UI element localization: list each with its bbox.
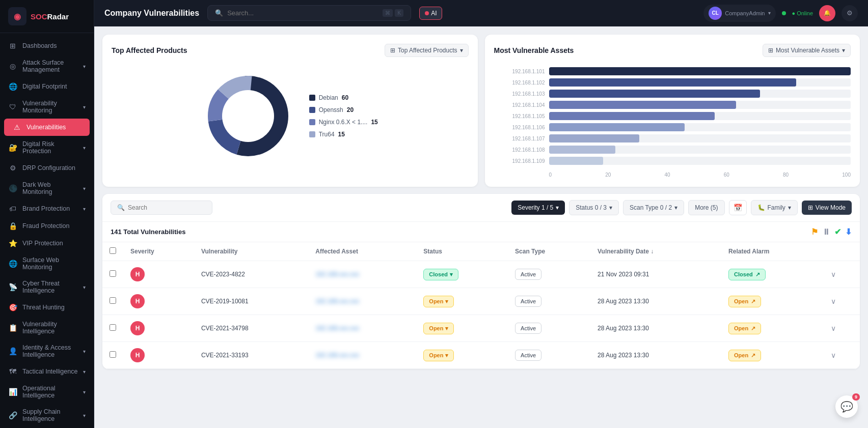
sidebar-item-digital-risk-protection[interactable]: 🔐 Digital Risk Protection ▾ xyxy=(0,136,94,159)
check-action-icon[interactable]: ✔ xyxy=(834,227,841,237)
table-row[interactable]: H CVE-2021-33193 192.168.xxx.xxx Open ▾ … xyxy=(102,342,860,369)
table-row[interactable]: H CVE-2021-34798 192.168.xxx.xxx Open ▾ … xyxy=(102,315,860,342)
status-cell[interactable]: Open ▾ xyxy=(416,315,508,342)
pause-action-icon[interactable]: ⏸ xyxy=(822,227,830,237)
sidebar-item-brand-protection[interactable]: 🏷 Brand Protection ▾ xyxy=(0,200,94,217)
bar-track xyxy=(549,157,851,165)
sidebar-item-digital-footprint[interactable]: 🌐 Digital Footprint xyxy=(0,78,94,95)
notifications-button[interactable]: 🔔 xyxy=(819,5,835,21)
expand-cell[interactable]: ∨ xyxy=(824,342,860,369)
alarm-badge[interactable]: Open ↗ xyxy=(728,350,761,361)
table-row[interactable]: H CVE-2019-10081 192.168.xxx.xxx Open ▾ … xyxy=(102,288,860,315)
sidebar-item-fraud-protection[interactable]: 🔒 Fraud Protection xyxy=(0,217,94,235)
chevron-filter-icon: ▾ xyxy=(460,47,463,54)
legend-color-debian xyxy=(309,95,315,101)
row-checkbox[interactable] xyxy=(110,297,116,304)
row-checkbox-cell[interactable] xyxy=(102,261,123,288)
sidebar-item-label: Vulnerability Intelligence xyxy=(22,321,86,335)
expand-cell[interactable]: ∨ xyxy=(824,261,860,288)
row-checkbox-cell[interactable] xyxy=(102,342,123,369)
search-input[interactable] xyxy=(227,9,378,17)
sidebar-item-drp-configuration[interactable]: ⚙ DRP Configuration xyxy=(0,159,94,177)
status-cell[interactable]: Open ▾ xyxy=(416,288,508,315)
vuln-search[interactable]: 🔍 xyxy=(111,201,212,215)
sidebar-item-threat-hunting[interactable]: 🎯 Threat Hunting xyxy=(0,299,94,316)
sidebar-item-cyber-threat[interactable]: 📡 Cyber Threat Intelligence ▾ xyxy=(0,275,94,299)
status-badge[interactable]: Open ▾ xyxy=(423,350,454,361)
view-mode-button[interactable]: ⊞ View Mode xyxy=(802,201,852,215)
status-badge[interactable]: Closed ▾ xyxy=(423,269,458,280)
status-cell[interactable]: Closed ▾ xyxy=(416,261,508,288)
user-badge[interactable]: CL CompanyAdmin ▾ xyxy=(703,5,775,22)
severity-column-header: Severity xyxy=(123,242,194,261)
more-filters-button[interactable]: More (5) xyxy=(688,200,724,215)
select-all-header[interactable] xyxy=(102,242,123,261)
bar-row: 192.168.1.107 xyxy=(494,134,851,142)
scan-type-badge: Active xyxy=(515,323,541,334)
family-filter-button[interactable]: 🐛 Family ▾ xyxy=(751,200,798,215)
sidebar-item-vip-protection[interactable]: ⭐ VIP Protection xyxy=(0,235,94,252)
vuln-actions: ⚑ ⏸ ✔ ⬇ xyxy=(811,227,852,237)
expand-row-icon[interactable]: ∨ xyxy=(831,270,836,278)
row-checkbox[interactable] xyxy=(110,351,116,358)
card-header-top-products: Top Affected Products ⊞ Top Affected Pro… xyxy=(112,44,469,57)
row-checkbox[interactable] xyxy=(110,270,116,277)
charts-row: Top Affected Products ⊞ Top Affected Pro… xyxy=(102,35,860,187)
download-action-icon[interactable]: ⬇ xyxy=(845,227,852,237)
severity-cell: H xyxy=(123,288,194,315)
row-checkbox-cell[interactable] xyxy=(102,288,123,315)
alarm-cell[interactable]: Closed ↗ xyxy=(721,261,824,288)
top-products-filter-button[interactable]: ⊞ Top Affected Products ▾ xyxy=(385,44,469,57)
row-checkbox[interactable] xyxy=(110,324,116,331)
scan-type-filter-button[interactable]: Scan Type 0 / 2 ▾ xyxy=(623,200,684,215)
alarm-badge[interactable]: Open ↗ xyxy=(728,296,761,307)
alarm-badge[interactable]: Closed ↗ xyxy=(728,269,766,280)
status-cell[interactable]: Open ▾ xyxy=(416,342,508,369)
assets-filter-button[interactable]: ⊞ Most Vulnerable Assets ▾ xyxy=(763,44,851,57)
select-all-checkbox[interactable] xyxy=(110,247,116,254)
alarm-cell[interactable]: Open ↗ xyxy=(721,288,824,315)
row-checkbox-cell[interactable] xyxy=(102,315,123,342)
chevron-status-row-icon: ▾ xyxy=(445,352,448,359)
alarm-cell[interactable]: Open ↗ xyxy=(721,315,824,342)
table-row[interactable]: H CVE-2023-4822 192.168.xxx.xxx Closed ▾… xyxy=(102,261,860,288)
gear-icon: ⚙ xyxy=(8,164,17,172)
alarm-badge[interactable]: Open ↗ xyxy=(728,323,761,334)
sidebar-item-attack-surface[interactable]: ◎ Attack Surface Management ▾ xyxy=(0,54,94,78)
page-title: Company Vulnerabilities xyxy=(104,9,199,18)
ai-button[interactable]: AI xyxy=(419,7,442,20)
bar-axis: 0 20 40 60 80 100 xyxy=(494,172,851,178)
expand-row-icon[interactable]: ∨ xyxy=(831,324,836,332)
sidebar-item-surface-web[interactable]: 🌐 Surface Web Monitoring xyxy=(0,252,94,275)
expand-cell[interactable]: ∨ xyxy=(824,315,860,342)
expand-row-icon[interactable]: ∨ xyxy=(831,351,836,359)
severity-filter-button[interactable]: Severity 1 / 5 ▾ xyxy=(511,201,565,215)
sidebar: ◉ SOCRadar ⊞ Dashboards ◎ Attack Surface… xyxy=(0,0,94,428)
sidebar-item-vulnerability-monitoring[interactable]: 🛡 Vulnerability Monitoring ▾ xyxy=(0,95,94,119)
sidebar-item-identity-access[interactable]: 👤 Identity & Access Intelligence ▾ xyxy=(0,339,94,363)
donut-legend: Debian 60 Openssh 20 Nginx 0.6.X < 1....… xyxy=(309,94,378,138)
calendar-button[interactable]: 📅 xyxy=(729,200,747,215)
sidebar-item-dark-web[interactable]: 🌑 Dark Web Monitoring ▾ xyxy=(0,177,94,200)
expand-cell[interactable]: ∨ xyxy=(824,288,860,315)
settings-button[interactable]: ⚙ xyxy=(842,5,858,21)
sidebar-item-tactical[interactable]: 🗺 Tactical Intelligence ▾ xyxy=(0,363,94,380)
status-badge[interactable]: Open ▾ xyxy=(423,296,454,307)
external-link-icon: ↗ xyxy=(751,325,755,332)
sidebar-item-dashboards[interactable]: ⊞ Dashboards xyxy=(0,37,94,54)
search-bar[interactable]: 🔍 ⌘ K xyxy=(207,5,411,21)
search-shortcut: ⌘ K xyxy=(383,9,403,17)
vuln-search-input[interactable] xyxy=(128,204,199,211)
chat-fab-button[interactable]: 💬 9 xyxy=(835,395,858,418)
status-filter-button[interactable]: Status 0 / 3 ▾ xyxy=(569,200,619,215)
alarm-cell[interactable]: Open ↗ xyxy=(721,342,824,369)
sidebar-item-operational[interactable]: 📊 Operational Intelligence ▾ xyxy=(0,380,94,404)
flag-action-icon[interactable]: ⚑ xyxy=(811,227,818,237)
chevron-status-row-icon: ▾ xyxy=(450,271,453,278)
sidebar-item-vulnerabilities[interactable]: ⚠ Vulnerabilities xyxy=(4,119,90,136)
sidebar-item-vuln-intelligence[interactable]: 📋 Vulnerability Intelligence xyxy=(0,316,94,339)
sidebar-item-label: Dashboards xyxy=(22,42,57,49)
expand-row-icon[interactable]: ∨ xyxy=(831,297,836,305)
status-badge[interactable]: Open ▾ xyxy=(423,323,454,334)
sidebar-item-supply-chain[interactable]: 🔗 Supply Chain Intelligence ▾ xyxy=(0,404,94,427)
